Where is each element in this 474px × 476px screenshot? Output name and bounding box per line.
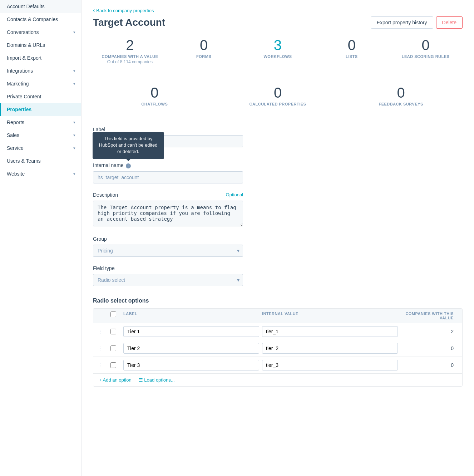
- stats-row-2: 0CHATFLOWS0CALCULATED PROPERTIES0FEEDBAC…: [93, 85, 463, 115]
- stat-forms: 0FORMS: [167, 37, 241, 64]
- sidebar-item-website[interactable]: Website▾: [0, 167, 81, 180]
- drag-handle-icon[interactable]: ⋮: [98, 345, 110, 351]
- stat-number: 2: [93, 37, 167, 53]
- sidebar-item-label: Conversations: [7, 29, 39, 35]
- sidebar-item-label: Properties: [7, 107, 31, 112]
- drag-handle-icon[interactable]: ⋮: [98, 329, 110, 334]
- description-textarea[interactable]: The Target Account property is a means t…: [93, 201, 243, 226]
- col-companies-header: COMPANIES WITH THIS VALUE: [401, 311, 458, 320]
- sidebar-item-label: Users & Teams: [7, 158, 41, 164]
- row-label-input-0[interactable]: [123, 326, 259, 337]
- stat-companies: 2COMPANIES WITH A VALUEOut of 8,114 comp…: [93, 37, 167, 64]
- chevron-down-icon: ▾: [73, 120, 75, 125]
- drag-handle-icon[interactable]: ⋮: [98, 362, 110, 368]
- sidebar: Account DefaultsContacts & CompaniesConv…: [0, 0, 82, 476]
- main-content: Back to company properties Target Accoun…: [82, 0, 474, 476]
- chevron-down-icon: ▾: [73, 82, 75, 86]
- sidebar-item-contacts-companies[interactable]: Contacts & Companies: [0, 13, 81, 26]
- field-type-select[interactable]: Radio select: [93, 274, 243, 286]
- options-section: Radio select options LABEL INTERNAL VALU…: [93, 298, 463, 387]
- internal-name-label: Internal name i This field is provided b…: [93, 162, 463, 168]
- chevron-down-icon: ▾: [73, 146, 75, 151]
- select-all-checkbox[interactable]: [110, 311, 116, 317]
- page-header: Target Account Export property history D…: [93, 16, 463, 29]
- row-internal-input-0[interactable]: [262, 326, 398, 337]
- sidebar-item-label: Import & Export: [7, 55, 41, 61]
- stat-number: 0: [315, 37, 389, 53]
- stat-label: FORMS: [167, 54, 241, 59]
- load-options-link[interactable]: ☰ Load options...: [139, 377, 175, 383]
- delete-button[interactable]: Delete: [436, 16, 463, 29]
- sidebar-item-users-teams[interactable]: Users & Teams: [0, 154, 81, 167]
- stat-number: 0: [389, 37, 463, 53]
- table-row: ⋮ 0: [93, 340, 462, 357]
- description-field-group: Description Optional The Target Account …: [93, 192, 463, 227]
- stat-number: 0: [167, 37, 241, 53]
- options-table: LABEL INTERNAL VALUE COMPANIES WITH THIS…: [93, 308, 463, 387]
- col-internal-header: INTERNAL VALUE: [262, 311, 401, 320]
- add-option-link[interactable]: + Add an option: [99, 377, 132, 383]
- label-input[interactable]: [93, 135, 243, 147]
- group-select[interactable]: Pricing: [93, 245, 243, 257]
- row-checkbox-2[interactable]: [110, 362, 116, 368]
- row-checkbox-0[interactable]: [110, 329, 116, 334]
- row-internal-input-2[interactable]: [262, 360, 398, 371]
- options-footer: + Add an option ☰ Load options...: [93, 373, 462, 386]
- sidebar-item-reports[interactable]: Reports▾: [0, 116, 81, 129]
- stat-label: FEEDBACK SURVEYS: [339, 102, 463, 106]
- col-checkbox-header: [110, 311, 123, 320]
- group-select-wrapper: Pricing: [93, 245, 243, 257]
- sidebar-item-label: Account Defaults: [7, 4, 45, 9]
- sidebar-item-label: Contacts & Companies: [7, 16, 58, 22]
- sidebar-item-label: Reports: [7, 119, 24, 125]
- row-count-0: 2: [401, 329, 458, 334]
- export-button[interactable]: Export property history: [371, 16, 433, 29]
- field-type-select-wrapper: Radio select: [93, 274, 243, 286]
- sidebar-item-properties[interactable]: Properties: [0, 103, 81, 116]
- back-link[interactable]: Back to company properties: [93, 7, 463, 14]
- sidebar-item-conversations[interactable]: Conversations▾: [0, 26, 81, 39]
- internal-name-field-group: Internal name i This field is provided b…: [93, 162, 463, 183]
- chevron-down-icon: ▾: [73, 69, 75, 73]
- options-table-header: LABEL INTERNAL VALUE COMPANIES WITH THIS…: [93, 309, 462, 323]
- stat-lists: 0LISTS: [315, 37, 389, 64]
- stat-label: COMPANIES WITH A VALUE: [93, 54, 167, 59]
- sidebar-item-private-content[interactable]: Private Content: [0, 90, 81, 103]
- options-rows: ⋮ 2 ⋮ 0 ⋮ 0: [93, 323, 462, 373]
- row-internal-input-1[interactable]: [262, 343, 398, 354]
- sidebar-item-sales[interactable]: Sales▾: [0, 129, 81, 142]
- internal-name-info[interactable]: i This field is provided by HubSpot and …: [126, 162, 131, 168]
- row-checkbox-1[interactable]: [110, 345, 116, 351]
- col-label-header: LABEL: [123, 311, 262, 320]
- sidebar-item-label: Integrations: [7, 68, 33, 74]
- sidebar-item-integrations[interactable]: Integrations▾: [0, 64, 81, 77]
- group-label: Group: [93, 236, 463, 242]
- sidebar-item-label: Sales: [7, 132, 19, 138]
- field-type-label: Field type: [93, 265, 463, 271]
- row-label-input-1[interactable]: [123, 343, 259, 354]
- sidebar-item-domains-urls[interactable]: Domains & URLs: [0, 39, 81, 51]
- row-label-input-2[interactable]: [123, 360, 259, 371]
- stat-label: LEAD SCORING RULES: [389, 54, 463, 59]
- description-label-row: Description Optional: [93, 192, 243, 198]
- sidebar-item-import-export[interactable]: Import & Export: [0, 51, 81, 64]
- row-count-2: 0: [401, 362, 458, 368]
- stat-label: LISTS: [315, 54, 389, 59]
- sidebar-item-label: Website: [7, 171, 25, 177]
- options-title: Radio select options: [93, 298, 463, 304]
- sidebar-item-label: Domains & URLs: [7, 42, 45, 48]
- group-field-group: Group Pricing: [93, 236, 463, 257]
- sidebar-item-service[interactable]: Service▾: [0, 142, 81, 154]
- row-count-1: 0: [401, 345, 458, 351]
- info-icon[interactable]: i: [126, 163, 131, 168]
- sidebar-item-label: Private Content: [7, 94, 41, 99]
- optional-label: Optional: [226, 192, 243, 197]
- stat-label: CHATFLOWS: [93, 102, 216, 106]
- sidebar-item-account-defaults[interactable]: Account Defaults: [0, 0, 81, 13]
- stat-sub: Out of 8,114 companies: [93, 59, 167, 64]
- stat-lead-scoring: 0LEAD SCORING RULES: [389, 37, 463, 64]
- stat-number: 3: [241, 37, 315, 53]
- sidebar-item-marketing[interactable]: Marketing▾: [0, 77, 81, 90]
- chevron-down-icon: ▾: [73, 172, 75, 176]
- internal-name-input[interactable]: [93, 171, 243, 183]
